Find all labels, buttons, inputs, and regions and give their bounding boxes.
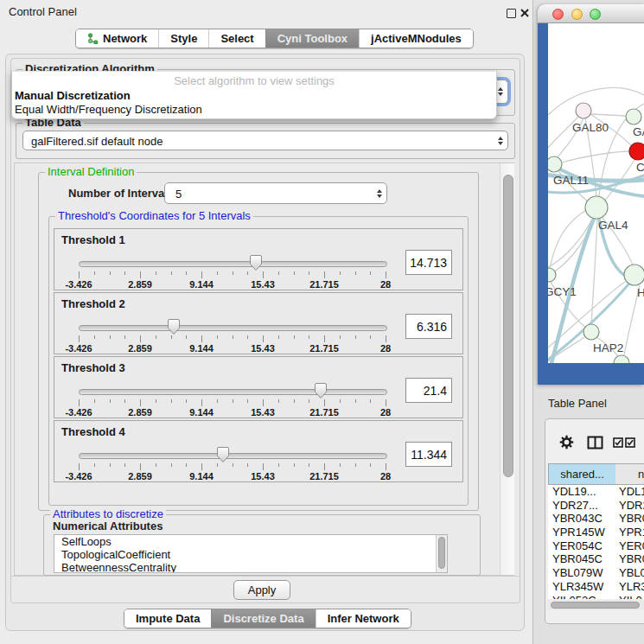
- minimize-traffic-light-icon[interactable]: [571, 9, 583, 20]
- attribute-item-betweennesscentrality[interactable]: BetweennessCentrality: [54, 561, 447, 573]
- slider-thumb[interactable]: [216, 446, 230, 463]
- tick-mark: [263, 463, 264, 470]
- table-row[interactable]: YLR345WYLR3...: [548, 580, 644, 594]
- tick-label: 15.43: [251, 407, 275, 418]
- zoom-traffic-light-icon[interactable]: [590, 9, 601, 20]
- network-node-gal4[interactable]: [585, 196, 608, 219]
- network-node-h[interactable]: [624, 265, 644, 285]
- cell-name[interactable]: YBR0...: [615, 552, 644, 566]
- horizontal-scrollbar[interactable]: [547, 600, 644, 610]
- cell-shared-name[interactable]: YBR045C: [548, 552, 615, 566]
- slider-thumb[interactable]: [167, 318, 181, 335]
- table-row[interactable]: YBR045CYBR0...: [548, 552, 644, 566]
- attribute-item-selfloops[interactable]: SelfLoops: [54, 535, 447, 548]
- stepper-down-icon[interactable]: [377, 194, 382, 198]
- network-node-gal11[interactable]: [548, 156, 562, 172]
- attribute-item-topologicalcoefficient[interactable]: TopologicalCoefficient: [54, 548, 447, 561]
- network-node-ga[interactable]: [626, 109, 641, 124]
- threshold-label: Threshold 4: [61, 425, 125, 438]
- tab-infer-network[interactable]: Infer Network: [316, 609, 411, 628]
- threshold-value-field[interactable]: [405, 442, 452, 467]
- algorithm-option-equal-width-frequency-discretization[interactable]: Equal Width/Frequency Discretization: [15, 103, 202, 116]
- stepper-icons[interactable]: [377, 189, 382, 198]
- cell-name[interactable]: YBR0...: [615, 512, 644, 526]
- apply-button[interactable]: Apply: [233, 580, 290, 600]
- checkbox-icon[interactable]: [613, 437, 623, 448]
- table-data-combobox[interactable]: galFiltered.sif default node: [22, 131, 508, 150]
- threshold-value-field[interactable]: [405, 378, 452, 403]
- tab-discretize-data[interactable]: Discretize Data: [211, 609, 315, 628]
- tab-jactivemnodules[interactable]: jActiveMNodules: [359, 29, 473, 48]
- tick-mark: [110, 271, 111, 275]
- table-row[interactable]: YER054CYER0...: [548, 539, 644, 553]
- algorithm-option-manual-discretization[interactable]: Manual Discretization: [15, 89, 131, 102]
- stepper-down-icon[interactable]: [498, 142, 503, 145]
- cell-name[interactable]: YLR3...: [615, 580, 644, 594]
- close-traffic-light-icon[interactable]: [552, 9, 564, 20]
- horizontal-scrollbar-thumb[interactable]: [551, 602, 640, 609]
- panel-title: Control Panel: [9, 5, 77, 18]
- tick-label: -3.426: [65, 471, 92, 481]
- network-node-gcy1[interactable]: [548, 268, 556, 282]
- table-row[interactable]: YPR145WYPR1...: [548, 526, 644, 539]
- slider-track[interactable]: [79, 261, 387, 267]
- stepper-up-icon[interactable]: [498, 137, 503, 140]
- table-row[interactable]: YBL079WYBL0...: [548, 566, 644, 580]
- stepper-icons[interactable]: [498, 137, 503, 145]
- cell-shared-name[interactable]: YDR27...: [548, 499, 615, 513]
- cell-name[interactable]: YDR2...: [615, 499, 644, 513]
- cell-name[interactable]: YDL1...: [615, 485, 644, 499]
- threshold-value-field[interactable]: [405, 314, 452, 339]
- table-row[interactable]: YDL19...YDL1...: [548, 485, 644, 499]
- stepper-up-icon[interactable]: [498, 87, 503, 91]
- tick-label: -3.426: [65, 343, 92, 354]
- cell-shared-name[interactable]: YIL052C: [548, 594, 615, 600]
- float-panel-icon[interactable]: [507, 9, 516, 18]
- split-columns-icon[interactable]: [587, 436, 603, 450]
- slider-track[interactable]: [79, 325, 387, 331]
- checkbox-icon[interactable]: [625, 437, 635, 448]
- tab-select[interactable]: Select: [208, 29, 265, 48]
- stepper-icons[interactable]: [498, 87, 503, 96]
- gear-icon[interactable]: [559, 435, 574, 450]
- slider-track[interactable]: [79, 453, 387, 459]
- scrollbar-thumb[interactable]: [503, 175, 513, 477]
- tab-style[interactable]: Style: [158, 29, 208, 48]
- network-node-c[interactable]: [629, 143, 644, 160]
- cell-shared-name[interactable]: YBR043C: [548, 512, 615, 526]
- cell-name[interactable]: YPR1...: [615, 526, 644, 539]
- column-header-name[interactable]: na: [615, 463, 644, 485]
- stepper-down-icon[interactable]: [498, 92, 503, 96]
- threshold-value-field[interactable]: [405, 250, 452, 275]
- table-row[interactable]: YDR27...YDR2...: [548, 499, 644, 513]
- vertical-scrollbar[interactable]: [500, 163, 514, 575]
- table-row[interactable]: YBR043CYBR0...: [548, 512, 644, 526]
- stepper-up-icon[interactable]: [377, 189, 382, 193]
- slider-thumb[interactable]: [314, 382, 328, 399]
- tab-impute-data[interactable]: Impute Data: [124, 609, 211, 628]
- cell-shared-name[interactable]: YPR145W: [548, 526, 615, 539]
- tab-network[interactable]: Network: [76, 29, 158, 48]
- cell-shared-name[interactable]: YBL079W: [548, 566, 615, 580]
- network-node-hap2[interactable]: [583, 324, 599, 340]
- list-scrollbar-thumb[interactable]: [438, 537, 445, 569]
- network-node[interactable]: [614, 355, 629, 363]
- cell-shared-name[interactable]: YER054C: [548, 539, 615, 553]
- table-row[interactable]: YIL052CYIL0...: [548, 594, 644, 600]
- cell-shared-name[interactable]: YDL19...: [548, 485, 615, 499]
- column-header-shared[interactable]: shared...: [548, 463, 616, 485]
- network-node-gal80[interactable]: [576, 103, 591, 118]
- network-canvas[interactable]: GAL80GACGAL11GAL4GCY1HHAP2: [548, 23, 644, 363]
- slider-track[interactable]: [79, 389, 387, 395]
- tick-mark: [294, 271, 295, 275]
- network-window-titlebar: [538, 4, 644, 23]
- cell-name[interactable]: YBL0...: [615, 566, 644, 580]
- cell-shared-name[interactable]: YLR345W: [548, 580, 615, 594]
- cell-name[interactable]: YIL0...: [615, 594, 644, 600]
- close-icon[interactable]: [520, 8, 530, 18]
- tab-cyni-toolbox[interactable]: Cyni Toolbox: [265, 29, 359, 48]
- number-of-intervals-combobox[interactable]: 5: [164, 182, 387, 204]
- slider-thumb[interactable]: [249, 254, 263, 271]
- cell-name[interactable]: YER0...: [615, 539, 644, 553]
- list-scrollbar[interactable]: [436, 535, 447, 572]
